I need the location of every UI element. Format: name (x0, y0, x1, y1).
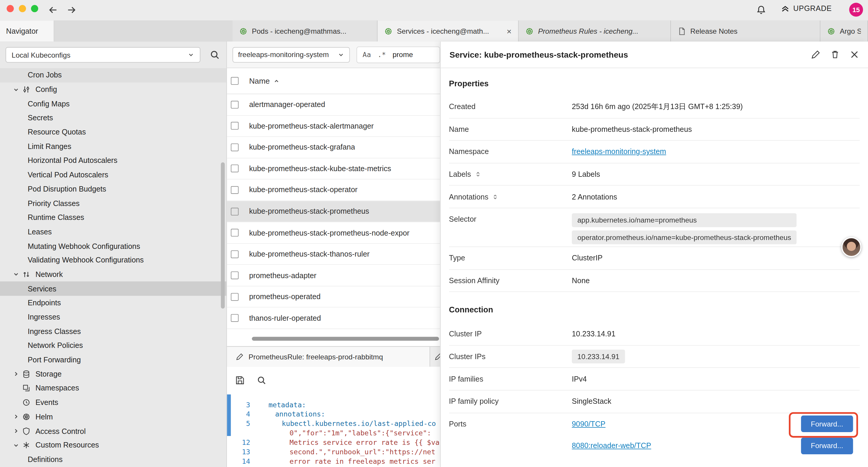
kubeconfig-selector[interactable]: Local Kubeconfigs (6, 47, 200, 62)
maximize-window-button[interactable] (31, 5, 38, 12)
forward-port-button[interactable]: Forward... (801, 437, 853, 454)
table-row-selected[interactable]: kube-prometheus-stack-prometheus (227, 201, 440, 222)
horizontal-scrollbar[interactable] (252, 337, 439, 341)
table-row[interactable]: prometheus-operated (227, 286, 440, 308)
sidebar-item-config[interactable]: Config (0, 83, 226, 97)
user-avatar[interactable] (841, 237, 861, 257)
sidebar-item-config-maps[interactable]: Config Maps (0, 97, 226, 111)
row-checkbox[interactable] (231, 101, 239, 109)
port-9090-link[interactable]: 9090/TCP (572, 420, 606, 428)
table-row[interactable]: kube-prometheus-stack-alertmanager (227, 116, 440, 137)
close-icon[interactable] (850, 50, 859, 59)
save-icon[interactable] (235, 375, 245, 385)
sidebar-item-services[interactable]: Services (0, 282, 226, 296)
chevron-down-icon[interactable] (12, 86, 20, 93)
sidebar-item-pod-disruption-budgets[interactable]: Pod Disruption Budgets (0, 182, 226, 196)
sidebar-item-ingress-classes[interactable]: Ingress Classes (0, 324, 226, 339)
sidebar-item-runtime-classes[interactable]: Runtime Classes (0, 210, 226, 225)
port-8080-reloader-link[interactable]: 8080:reloader-web/TCP (572, 442, 651, 450)
chevron-right-icon[interactable] (12, 428, 20, 434)
sidebar-item-limit-ranges[interactable]: Limit Ranges (0, 139, 226, 153)
close-window-button[interactable] (6, 5, 13, 12)
sidebar-item-network[interactable]: Network (0, 267, 226, 282)
sidebar-item-helm[interactable]: Helm (0, 410, 226, 424)
row-checkbox[interactable] (231, 272, 239, 279)
sidebar-item-leases[interactable]: Leases (0, 225, 226, 239)
expand-collapse-icon[interactable] (492, 194, 498, 200)
navigator-panel-tab[interactable]: Navigator (0, 20, 54, 41)
tab-prometheus-rules[interactable]: Prometheus Rules - icecheng... (519, 20, 671, 41)
sidebar-item-access-control[interactable]: Access Control (0, 424, 226, 438)
search-icon[interactable] (210, 50, 220, 60)
sidebar-item-custom-resources[interactable]: Custom Resources (0, 438, 226, 452)
tab-pods[interactable]: Pods - icecheng@mathmas... (232, 20, 378, 41)
select-all-checkbox[interactable] (231, 77, 239, 85)
table-row[interactable]: kube-prometheus-stack-kube-state-metrics (227, 158, 440, 179)
cluster-ip-badge: 10.233.14.91 (572, 350, 625, 363)
sidebar-item-vertical-pod-autoscalers[interactable]: Vertical Pod Autoscalers (0, 168, 226, 182)
table-row[interactable]: prometheus-adapter (227, 265, 440, 286)
sidebar-item-horizontal-pod-autoscalers[interactable]: Horizontal Pod Autoscalers (0, 153, 226, 168)
sidebar-item-validating-webhook-configurations[interactable]: Validating Webhook Configurations (0, 253, 226, 267)
namespace-link[interactable]: freeleaps-monitoring-system (572, 147, 666, 156)
name-column-header[interactable]: Name (249, 77, 270, 85)
sidebar-item-mutating-webhook-configurations[interactable]: Mutating Webhook Configurations (0, 239, 226, 253)
notification-count-badge[interactable]: 15 (849, 3, 863, 17)
sidebar-item-events[interactable]: Events (0, 396, 226, 410)
table-row[interactable]: kube-prometheus-stack-thanos-ruler (227, 243, 440, 265)
table-row[interactable]: kube-prometheus-stack-prometheus-node-ex… (227, 222, 440, 243)
chevron-down-icon[interactable] (12, 442, 20, 448)
chevron-down-icon[interactable] (12, 271, 20, 278)
sidebar-item-storage[interactable]: Storage (0, 367, 226, 381)
sidebar-item-endpoints[interactable]: Endpoints (0, 296, 226, 310)
row-checkbox[interactable] (231, 165, 239, 172)
row-checkbox[interactable] (231, 250, 239, 258)
sidebar-item-secrets[interactable]: Secrets (0, 111, 226, 125)
sidebar-item-resource-quotas[interactable]: Resource Quotas (0, 125, 226, 139)
table-row[interactable]: kube-prometheus-stack-operator (227, 180, 440, 201)
row-checkbox[interactable] (231, 186, 239, 194)
row-checkbox[interactable] (231, 229, 239, 236)
row-checkbox[interactable] (231, 122, 239, 130)
regex-toggle[interactable]: .* (378, 51, 386, 59)
forward-port-button[interactable]: Forward... (801, 415, 853, 432)
tab-argo[interactable]: Argo S... (820, 20, 868, 41)
sidebar-item-definitions[interactable]: Definitions (0, 452, 226, 466)
chevron-right-icon[interactable] (12, 413, 20, 420)
back-arrow-icon[interactable] (48, 4, 59, 16)
namespace-dropdown[interactable]: freeleaps-monitoring-system (232, 47, 350, 62)
search-icon[interactable] (257, 375, 266, 385)
dock-tab-partial[interactable] (430, 347, 440, 367)
sidebar-scrollbar[interactable] (221, 162, 225, 309)
sort-ascending-icon[interactable] (274, 78, 280, 84)
sidebar-item-cron-jobs[interactable]: Cron Jobs (0, 68, 226, 83)
edit-pencil-icon[interactable] (811, 50, 820, 59)
minimize-window-button[interactable] (19, 5, 26, 12)
sidebar-item-ingresses[interactable]: Ingresses (0, 310, 226, 324)
yaml-editor[interactable]: 3metadata: 4annotations: 5kubectl.kubern… (227, 393, 440, 467)
tab-release-notes[interactable]: Release Notes (671, 20, 820, 41)
row-checkbox[interactable] (231, 314, 239, 322)
row-checkbox[interactable] (231, 207, 239, 215)
row-checkbox[interactable] (231, 143, 239, 151)
notifications-bell-icon[interactable] (756, 5, 766, 15)
table-row[interactable]: thanos-ruler-operated (227, 308, 440, 329)
upgrade-button[interactable]: UPGRADE (780, 4, 832, 13)
expand-collapse-icon[interactable] (475, 171, 481, 177)
delete-trash-icon[interactable] (831, 50, 840, 59)
sidebar-item-namespaces[interactable]: Namespaces (0, 381, 226, 396)
forward-arrow-icon[interactable] (66, 4, 77, 16)
match-case-toggle[interactable]: Aa (363, 51, 371, 59)
sidebar-item-network-policies[interactable]: Network Policies (0, 339, 226, 353)
close-tab-icon[interactable]: × (507, 26, 512, 36)
sidebar-item-priority-classes[interactable]: Priority Classes (0, 196, 226, 210)
sidebar-item-port-forwarding[interactable]: Port Forwarding (0, 353, 226, 367)
row-checkbox[interactable] (231, 293, 239, 300)
pencil-icon (435, 353, 440, 360)
tab-services[interactable]: Services - icecheng@math... × (378, 20, 519, 41)
search-input[interactable]: Aa .* prome (356, 47, 440, 63)
table-row[interactable]: alertmanager-operated (227, 94, 440, 116)
dock-tab-prometheusrule[interactable]: PrometheusRule: freeleaps-prod-rabbitmq (227, 347, 430, 367)
table-row[interactable]: kube-prometheus-stack-grafana (227, 137, 440, 158)
chevron-right-icon[interactable] (12, 371, 20, 377)
